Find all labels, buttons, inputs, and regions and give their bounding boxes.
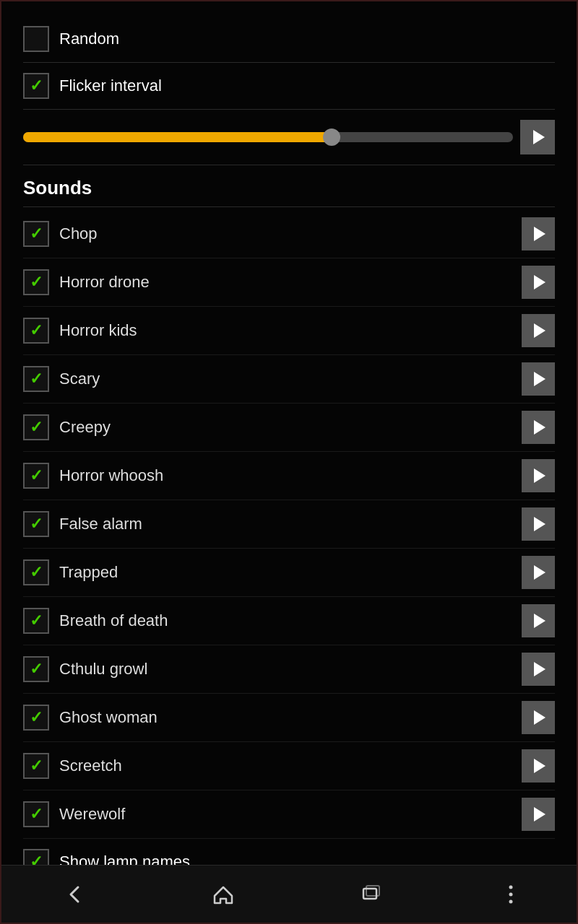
sound-label-11: Ghost woman xyxy=(59,708,522,727)
play-icon-9 xyxy=(534,614,545,628)
sound-item-11: ✓ Ghost woman xyxy=(23,694,555,742)
slider-track[interactable] xyxy=(23,132,513,142)
check-icon-11: ✓ xyxy=(30,710,43,725)
sound-checkbox-4[interactable]: ✓ xyxy=(23,366,49,392)
sound-checkbox-9[interactable]: ✓ xyxy=(23,608,49,634)
sound-label-12: Screetch xyxy=(59,757,522,775)
sound-play-btn-3[interactable] xyxy=(522,314,555,347)
nav-bar xyxy=(1,865,577,923)
checkmark-icon: ✓ xyxy=(30,78,43,94)
flicker-interval-row: ✓ Flicker interval xyxy=(23,63,555,110)
play-icon-12 xyxy=(534,759,545,773)
sound-checkbox-8[interactable]: ✓ xyxy=(23,559,49,585)
main-container: Random ✓ Flicker interval Soun xyxy=(0,0,578,924)
menu-button[interactable] xyxy=(507,883,514,906)
check-icon-13: ✓ xyxy=(30,806,43,822)
sound-play-btn-2[interactable] xyxy=(522,266,555,299)
sound-checkbox-1[interactable]: ✓ xyxy=(23,221,49,247)
sound-label-5: Creepy xyxy=(59,418,522,437)
sound-checkbox-10[interactable]: ✓ xyxy=(23,656,49,682)
check-icon-1: ✓ xyxy=(30,226,43,242)
sound-item-12: ✓ Screetch xyxy=(23,742,555,790)
sounds-divider xyxy=(23,206,555,207)
svg-point-4 xyxy=(509,899,512,903)
sound-checkbox-11[interactable]: ✓ xyxy=(23,705,49,731)
sound-label-1: Chop xyxy=(59,225,522,243)
back-button[interactable] xyxy=(64,883,87,906)
scroll-area[interactable]: Random ✓ Flicker interval Soun xyxy=(1,1,577,865)
show-lamp-names-label: Show lamp names xyxy=(59,853,555,865)
sound-checkbox-7[interactable]: ✓ xyxy=(23,511,49,537)
sound-item-2: ✓ Horror drone xyxy=(23,258,555,307)
sound-label-8: Trapped xyxy=(59,563,522,582)
play-icon-5 xyxy=(534,420,545,435)
sound-label-4: Scary xyxy=(59,370,522,388)
sound-checkbox-12[interactable]: ✓ xyxy=(23,753,49,779)
sound-item-5: ✓ Creepy xyxy=(23,404,555,452)
sound-checkbox-13[interactable]: ✓ xyxy=(23,801,49,827)
sound-item-3: ✓ Horror kids xyxy=(23,307,555,355)
sound-play-btn-8[interactable] xyxy=(522,556,555,589)
sound-play-btn-6[interactable] xyxy=(522,459,555,492)
sound-label-2: Horror drone xyxy=(59,273,522,292)
play-icon-10 xyxy=(534,662,545,676)
sound-play-btn-5[interactable] xyxy=(522,411,555,444)
sound-play-btn-10[interactable] xyxy=(522,653,555,686)
play-icon-11 xyxy=(534,710,545,725)
show-lamp-names-checkbox[interactable]: ✓ xyxy=(23,849,49,865)
play-icon-4 xyxy=(534,372,545,386)
sound-label-3: Horror kids xyxy=(59,321,522,340)
sound-label-7: False alarm xyxy=(59,515,522,533)
sound-item-10: ✓ Cthulu growl xyxy=(23,645,555,694)
sound-play-btn-1[interactable] xyxy=(522,217,555,250)
sound-play-btn-9[interactable] xyxy=(522,604,555,637)
sound-label-10: Cthulu growl xyxy=(59,660,522,679)
sound-checkbox-3[interactable]: ✓ xyxy=(23,318,49,344)
flicker-interval-checkbox[interactable]: ✓ xyxy=(23,73,49,99)
check-icon-lamp: ✓ xyxy=(30,854,43,865)
sound-play-btn-12[interactable] xyxy=(522,749,555,783)
random-label: Random xyxy=(59,30,555,48)
sound-play-btn-4[interactable] xyxy=(522,362,555,396)
sound-checkbox-5[interactable]: ✓ xyxy=(23,414,49,440)
slider-play-button[interactable] xyxy=(520,120,555,154)
home-button[interactable] xyxy=(212,883,235,906)
sound-checkbox-6[interactable]: ✓ xyxy=(23,463,49,489)
check-icon-12: ✓ xyxy=(30,758,43,774)
sound-play-btn-13[interactable] xyxy=(522,798,555,831)
svg-point-2 xyxy=(509,885,512,889)
sound-item-9: ✓ Breath of death xyxy=(23,597,555,645)
svg-rect-1 xyxy=(366,886,379,896)
check-icon-7: ✓ xyxy=(30,516,43,532)
slider-fill xyxy=(23,132,332,142)
sound-item-8: ✓ Trapped xyxy=(23,549,555,597)
play-icon-7 xyxy=(534,517,545,531)
play-icon-13 xyxy=(534,807,545,821)
slider-thumb[interactable] xyxy=(323,128,340,146)
check-icon-4: ✓ xyxy=(30,371,43,387)
sound-item-13: ✓ Werewolf xyxy=(23,790,555,839)
play-icon-1 xyxy=(534,227,545,241)
random-row: Random xyxy=(23,16,555,63)
sound-play-btn-7[interactable] xyxy=(522,507,555,541)
show-lamp-names-row: ✓ Show lamp names xyxy=(23,839,555,865)
sound-item-1: ✓ Chop xyxy=(23,210,555,258)
sound-item-4: ✓ Scary xyxy=(23,355,555,404)
sounds-header: Sounds xyxy=(23,165,555,206)
play-icon-8 xyxy=(534,565,545,580)
check-icon-5: ✓ xyxy=(30,419,43,435)
play-icon-6 xyxy=(534,468,545,483)
sound-item-7: ✓ False alarm xyxy=(23,500,555,549)
svg-rect-0 xyxy=(363,889,376,899)
flicker-interval-label: Flicker interval xyxy=(59,77,555,95)
check-icon-3: ✓ xyxy=(30,323,43,339)
play-icon-3 xyxy=(534,323,545,338)
check-icon-8: ✓ xyxy=(30,565,43,580)
sound-play-btn-11[interactable] xyxy=(522,701,555,734)
sound-label-13: Werewolf xyxy=(59,805,522,824)
check-icon-9: ✓ xyxy=(30,613,43,629)
sound-checkbox-2[interactable]: ✓ xyxy=(23,269,49,295)
check-icon-6: ✓ xyxy=(30,468,43,484)
random-checkbox[interactable] xyxy=(23,26,49,52)
recents-button[interactable] xyxy=(359,883,382,906)
